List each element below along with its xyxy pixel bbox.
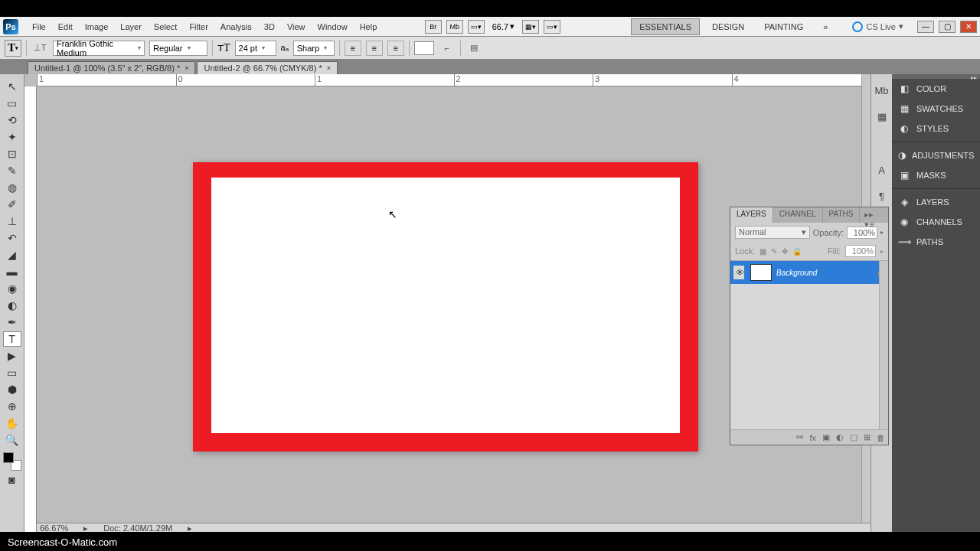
workspace-more-icon[interactable]: » bbox=[815, 19, 835, 34]
text-orientation-icon[interactable]: ⊥T bbox=[31, 40, 48, 57]
align-right-icon[interactable]: ≡ bbox=[387, 41, 404, 56]
maximize-button[interactable]: ▢ bbox=[939, 21, 956, 33]
layer-row[interactable]: 👁 Background 🔒 bbox=[730, 261, 888, 284]
layers-scrollbar[interactable] bbox=[879, 261, 888, 429]
lock-all-icon[interactable]: 🔒 bbox=[792, 247, 802, 256]
menu-select[interactable]: Select bbox=[148, 19, 184, 34]
status-zoom[interactable]: 66.67% bbox=[40, 523, 68, 532]
masks-panel-button[interactable]: ▣MASKS bbox=[892, 165, 980, 185]
menu-file[interactable]: File bbox=[26, 19, 52, 34]
layers-list[interactable]: 👁 Background 🔒 bbox=[730, 261, 888, 429]
opacity-input[interactable]: 100% bbox=[847, 227, 877, 239]
font-style-dropdown[interactable]: Regular▾ bbox=[149, 41, 207, 56]
artboard[interactable] bbox=[193, 162, 698, 452]
color-panel-button[interactable]: ◧COLOR bbox=[892, 79, 980, 99]
minimize-button[interactable]: — bbox=[917, 21, 934, 33]
blur-tool-icon[interactable]: ◉ bbox=[3, 281, 21, 296]
menu-view[interactable]: View bbox=[281, 19, 312, 34]
align-left-icon[interactable]: ≡ bbox=[345, 41, 361, 56]
character-collapsed-icon[interactable]: A bbox=[874, 163, 890, 177]
align-center-icon[interactable]: ≡ bbox=[366, 41, 383, 56]
lock-pixels-icon[interactable]: ✎ bbox=[771, 247, 777, 256]
layers-panel-button[interactable]: ◈LAYERS bbox=[892, 192, 980, 212]
font-family-dropdown[interactable]: Franklin Gothic Medium▾ bbox=[53, 41, 145, 56]
layer-name[interactable]: Background bbox=[776, 269, 872, 277]
menu-3d[interactable]: 3D bbox=[258, 19, 281, 34]
tab-close-icon[interactable]: × bbox=[185, 64, 188, 72]
healing-tool-icon[interactable]: ◍ bbox=[3, 180, 21, 195]
pen-tool-icon[interactable]: ✒ bbox=[3, 315, 21, 330]
canvas-content[interactable] bbox=[211, 178, 680, 433]
delete-layer-icon[interactable]: 🗑 bbox=[877, 433, 885, 442]
link-layers-icon[interactable]: ⚯ bbox=[796, 432, 803, 442]
new-group-icon[interactable]: ▢ bbox=[850, 432, 858, 442]
tab-close-icon[interactable]: × bbox=[327, 64, 331, 72]
move-tool-icon[interactable]: ↖ bbox=[3, 79, 21, 94]
history-collapsed-icon[interactable]: ▦ bbox=[874, 109, 890, 123]
gradient-tool-icon[interactable]: ▬ bbox=[3, 264, 21, 279]
brush-tool-icon[interactable]: ✐ bbox=[3, 197, 21, 212]
paths-panel-button[interactable]: ⟿PATHS bbox=[892, 232, 980, 252]
hand-tool-icon[interactable]: ✋ bbox=[3, 416, 21, 431]
channels-tab[interactable]: CHANNEL bbox=[773, 207, 823, 223]
fill-input[interactable]: 100% bbox=[845, 245, 876, 257]
paragraph-collapsed-icon[interactable]: ¶ bbox=[874, 189, 890, 203]
dodge-tool-icon[interactable]: ◐ bbox=[3, 298, 21, 313]
fg-color-icon[interactable] bbox=[3, 452, 14, 463]
menu-filter[interactable]: Filter bbox=[183, 19, 214, 34]
menu-analysis[interactable]: Analysis bbox=[214, 19, 258, 34]
layer-thumbnail[interactable] bbox=[750, 264, 772, 281]
arrange-docs-icon[interactable]: ▦▾ bbox=[522, 20, 539, 34]
layer-fx-icon[interactable]: fx bbox=[809, 433, 816, 442]
paths-tab[interactable]: PATHS bbox=[823, 207, 861, 223]
channels-panel-button[interactable]: ◉CHANNELS bbox=[892, 212, 980, 232]
eraser-tool-icon[interactable]: ◢ bbox=[3, 247, 21, 262]
menu-window[interactable]: Window bbox=[312, 19, 354, 34]
workspace-essentials[interactable]: ESSENTIALS bbox=[631, 18, 700, 35]
zoom-tool-icon[interactable]: 🔍 bbox=[3, 432, 21, 448]
document-tab[interactable]: Untitled-1 @ 100% (3.5" x 2", RGB/8) *× bbox=[28, 61, 195, 74]
cslive-button[interactable]: CS Live▾ bbox=[852, 21, 903, 32]
layer-mask-icon[interactable]: ▣ bbox=[822, 432, 830, 442]
eyedropper-tool-icon[interactable]: ✎ bbox=[3, 163, 21, 178]
menu-edit[interactable]: Edit bbox=[52, 19, 79, 34]
minibridge-icon[interactable]: Mb bbox=[446, 20, 463, 34]
workspace-design[interactable]: DESIGN bbox=[704, 19, 752, 34]
view-extras-icon[interactable]: ▭▾ bbox=[468, 20, 485, 34]
styles-panel-button[interactable]: ◐STYLES bbox=[892, 119, 980, 139]
3d-tool-icon[interactable]: ⬢ bbox=[3, 382, 21, 397]
quickmask-icon[interactable]: ◙ bbox=[3, 472, 21, 487]
menu-help[interactable]: Help bbox=[354, 19, 384, 34]
menu-image[interactable]: Image bbox=[79, 19, 115, 34]
lasso-tool-icon[interactable]: ⟲ bbox=[3, 112, 21, 128]
new-layer-icon[interactable]: ⊞ bbox=[864, 432, 871, 442]
history-brush-icon[interactable]: ↶ bbox=[3, 230, 21, 246]
layers-panel[interactable]: LAYERS CHANNEL PATHS ▸▸ ▾≡ Normal▾ Opaci… bbox=[730, 207, 889, 445]
marquee-tool-icon[interactable]: ▭ bbox=[3, 96, 21, 111]
opacity-flyout-icon[interactable]: ▸ bbox=[880, 229, 884, 236]
lock-transparent-icon[interactable]: ▦ bbox=[760, 247, 766, 256]
character-panel-icon[interactable]: ▤ bbox=[466, 40, 482, 57]
screen-mode-icon[interactable]: ▭▾ bbox=[544, 20, 560, 34]
text-color-swatch[interactable] bbox=[414, 41, 434, 55]
adjustments-panel-button[interactable]: ◑ADJUSTMENTS bbox=[892, 145, 980, 165]
swatches-panel-button[interactable]: ▦SWATCHES bbox=[892, 99, 980, 119]
bridge-icon[interactable]: Br bbox=[425, 20, 442, 34]
workspace-painting[interactable]: PAINTING bbox=[756, 19, 811, 34]
minibridge-collapsed-icon[interactable]: Mb bbox=[874, 83, 890, 97]
font-size-dropdown[interactable]: 24 pt▾ bbox=[235, 41, 276, 56]
close-button[interactable]: ✕ bbox=[960, 21, 977, 33]
collapse-icon[interactable]: ▸▸ bbox=[864, 210, 874, 219]
shape-tool-icon[interactable]: ▭ bbox=[3, 365, 21, 380]
color-swatches[interactable] bbox=[3, 452, 21, 471]
ruler-vertical[interactable] bbox=[24, 86, 37, 532]
ruler-horizontal[interactable]: 1 0 1 2 3 4 bbox=[37, 74, 871, 86]
3d-camera-icon[interactable]: ⊕ bbox=[3, 399, 21, 414]
path-select-icon[interactable]: ▶ bbox=[3, 348, 21, 364]
wand-tool-icon[interactable]: ✦ bbox=[3, 129, 21, 145]
layers-tab[interactable]: LAYERS bbox=[730, 207, 773, 223]
menu-layer[interactable]: Layer bbox=[114, 19, 148, 34]
fill-flyout-icon[interactable]: ▸ bbox=[880, 248, 884, 255]
lock-position-icon[interactable]: ✥ bbox=[782, 247, 788, 256]
stamp-tool-icon[interactable]: ⊥ bbox=[3, 214, 21, 229]
